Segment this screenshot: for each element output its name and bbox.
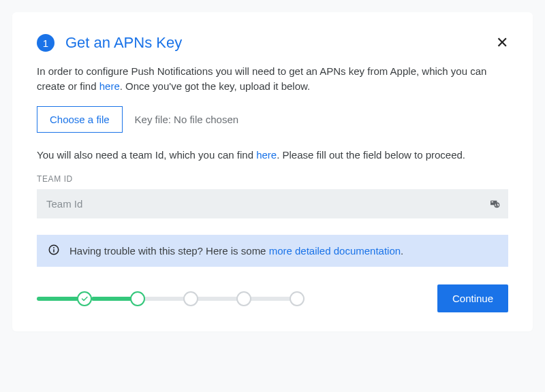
check-icon [80, 295, 89, 303]
info-bar: Having trouble with this step? Here is s… [37, 235, 508, 267]
svg-rect-1 [491, 201, 493, 202]
info-text-b: . [401, 245, 403, 257]
description-1: In order to configure Push Notifications… [37, 64, 508, 94]
step-title: Get an APNs Key [65, 34, 496, 52]
file-status-value: No file chosen [174, 114, 238, 125]
desc2-text-a: You will also need a team Id, which you … [37, 149, 256, 161]
file-status: Key file: No file chosen [135, 114, 239, 125]
info-text: Having trouble with this step? Here is s… [69, 245, 403, 257]
description-2: You will also need a team Id, which you … [37, 148, 508, 163]
progress-segment-2 [144, 297, 184, 301]
progress-node-3 [183, 291, 198, 306]
credential-icon: 1 [489, 197, 500, 211]
team-id-input[interactable] [37, 189, 508, 218]
team-id-input-wrap: 1 [37, 189, 508, 218]
continue-button[interactable]: Continue [437, 284, 508, 312]
file-status-prefix: Key file: [135, 114, 174, 125]
progress-node-1 [77, 291, 92, 306]
svg-rect-6 [53, 250, 54, 253]
close-icon: ✕ [496, 34, 508, 51]
team-id-label: TEAM ID [37, 174, 508, 184]
svg-text:1: 1 [496, 203, 498, 207]
info-icon [48, 244, 60, 258]
desc1-text-b: . Once you've got the key, upload it bel… [120, 80, 310, 92]
progress-segment-0 [37, 297, 78, 301]
progress-node-2 [130, 291, 145, 306]
svg-point-5 [53, 247, 54, 248]
choose-file-button[interactable]: Choose a file [37, 106, 123, 133]
file-upload-row: Choose a file Key file: No file chosen [37, 106, 508, 133]
teamid-here-link[interactable]: here [256, 149, 277, 161]
header-row: 1 Get an APNs Key ✕ [37, 34, 508, 52]
footer-row: Continue [37, 284, 508, 312]
documentation-link[interactable]: more detailed documentation [269, 245, 401, 257]
progress-segment-3 [198, 297, 237, 301]
wizard-card: 1 Get an APNs Key ✕ In order to configur… [12, 12, 533, 331]
desc2-text-b: . Please fill out the field below to pro… [277, 149, 465, 161]
apns-here-link[interactable]: here [99, 80, 120, 92]
progress-node-4 [236, 291, 251, 306]
progress-node-5 [290, 291, 305, 306]
close-button[interactable]: ✕ [496, 35, 508, 50]
progress-segment-4 [251, 297, 290, 301]
step-number-badge: 1 [37, 34, 54, 52]
progress-segment-1 [91, 297, 131, 301]
progress-stepper [37, 289, 304, 308]
info-text-a: Having trouble with this step? Here is s… [69, 245, 269, 257]
